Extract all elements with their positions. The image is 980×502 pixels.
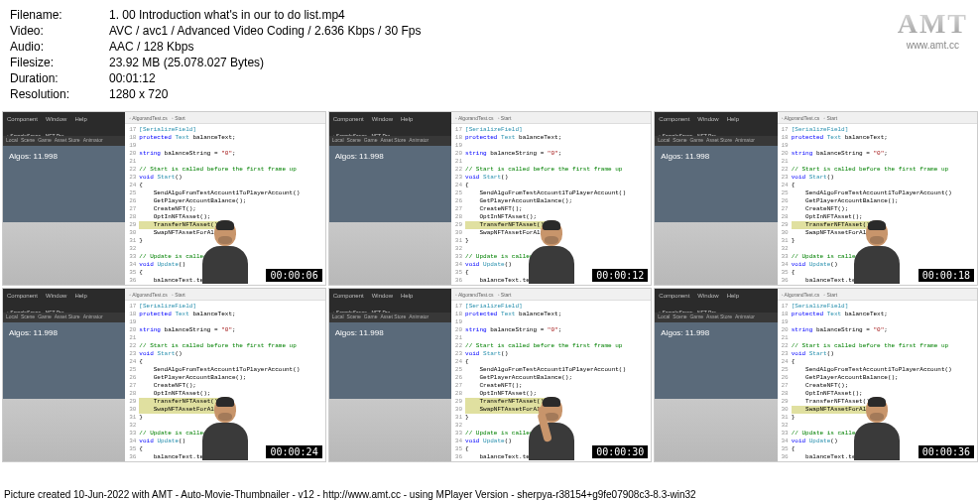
filename-label: Filename: [10,8,109,22]
filename-value: 1. 00 Introduction what's in our to do l… [109,8,345,22]
unity-toolbar: LocalSceneGameAsset StoreAnimator [3,313,125,322]
code-tab: ◦ AlgorandTest.cs ◦ Start [778,112,977,124]
code-editor: ◦ AlgorandTest.cs ◦ Start 17[SerializeFi… [125,289,324,461]
footer-text: Picture created 10-Jun-2022 with AMT - A… [4,489,696,500]
unity-menubar: ComponentWindowHelp [329,112,451,126]
unity-tab: ▪ SampleScene - NFT Pro [655,303,777,313]
unity-tab: ▪ SampleScene - NFT Pro [655,126,777,136]
duration-label: Duration: [10,71,109,85]
unity-scene-view: Algos: 11.998 [329,322,451,461]
unity-toolbar: LocalSceneGameAsset StoreAnimator [3,136,125,146]
timestamp-badge: 00:00:30 [591,444,649,459]
filesize-value: 23.92 MB (25.078.027 Bytes) [109,56,264,69]
unity-tab: ▪ SampleScene - NFT Pro [3,126,125,136]
timestamp-badge: 00:00:36 [918,444,975,459]
resolution-label: Resolution: [10,87,109,101]
algos-label: Algos: 11.998 [661,152,709,161]
unity-toolbar: LocalSceneGameAsset StoreAnimator [655,136,777,146]
code-tab: ◦ AlgorandTest.cs ◦ Start [125,289,324,301]
unity-scene-view: Algos: 11.998 [329,146,451,285]
thumbnail-4[interactable]: ComponentWindowHelp ▪ SampleScene - NFT … [2,288,326,462]
video-value: AVC / avc1 / Advanced Video Coding / 2.6… [109,24,421,38]
code-tab: ◦ AlgorandTest.cs ◦ Start [125,112,324,124]
unity-panel: ComponentWindowHelp ▪ SampleScene - NFT … [3,289,125,461]
thumbnail-6[interactable]: ComponentWindowHelp ▪ SampleScene - NFT … [654,288,978,462]
unity-menubar: ComponentWindowHelp [3,289,125,303]
unity-scene-view: Algos: 11.998 [3,322,125,461]
unity-panel: ComponentWindowHelp ▪ SampleScene - NFT … [329,289,451,461]
unity-scene-view: Algos: 11.998 [3,146,125,285]
code-tab: ◦ AlgorandTest.cs ◦ Start [778,289,977,301]
algos-label: Algos: 11.998 [335,152,384,161]
presenter-overlay [200,220,250,285]
timestamp-badge: 00:00:18 [918,268,975,283]
thumbnail-5[interactable]: ComponentWindowHelp ▪ SampleScene - NFT … [328,288,653,462]
filesize-label: Filesize: [10,56,109,69]
logo-url: www.amt.cc [898,40,968,51]
timestamp-badge: 00:00:24 [265,444,322,459]
algos-label: Algos: 11.998 [661,328,709,337]
timestamp-badge: 00:00:06 [265,268,322,283]
logo-text: AMT [898,8,968,40]
audio-label: Audio: [10,40,109,54]
presenter-overlay [852,220,902,285]
presenter-overlay [852,397,902,461]
unity-panel: ComponentWindowHelp ▪ SampleScene - NFT … [329,112,451,285]
amt-logo: AMT www.amt.cc [898,8,968,51]
thumbnail-grid: ComponentWindowHelp ▪ SampleScene - NFT … [0,111,980,462]
metadata-block: Filename:1. 00 Introduction what's in ou… [0,0,980,111]
presenter-overlay [527,397,576,461]
unity-toolbar: LocalSceneGameAsset StoreAnimator [655,313,777,322]
unity-tab: ▪ SampleScene - NFT Pro [3,303,125,313]
unity-panel: ComponentWindowHelp ▪ SampleScene - NFT … [655,289,777,461]
unity-tab: ▪ SampleScene - NFT Pro [329,126,451,136]
unity-tab: ▪ SampleScene - NFT Pro [329,303,451,313]
unity-menubar: ComponentWindowHelp [3,112,125,126]
unity-toolbar: LocalSceneGameAsset StoreAnimator [329,136,451,146]
thumbnail-1[interactable]: ComponentWindowHelp ▪ SampleScene - NFT … [2,111,326,286]
thumbnail-2[interactable]: ComponentWindowHelp ▪ SampleScene - NFT … [328,111,653,286]
code-editor: ◦ AlgorandTest.cs ◦ Start 17[SerializeFi… [451,112,651,285]
video-label: Video: [10,24,109,38]
code-editor: ◦ AlgorandTest.cs ◦ Start 17[SerializeFi… [778,289,977,461]
unity-menubar: ComponentWindowHelp [655,112,777,126]
unity-scene-view: Algos: 11.998 [655,322,777,461]
code-editor: ◦ AlgorandTest.cs ◦ Start 17[SerializeFi… [778,112,977,285]
unity-toolbar: LocalSceneGameAsset StoreAnimator [329,313,451,322]
presenter-overlay [200,397,250,461]
timestamp-badge: 00:00:12 [591,268,649,283]
unity-menubar: ComponentWindowHelp [655,289,777,303]
code-tab: ◦ AlgorandTest.cs ◦ Start [451,112,651,124]
duration-value: 00:01:12 [109,71,156,85]
algos-label: Algos: 11.998 [335,328,384,337]
code-editor: ◦ AlgorandTest.cs ◦ Start 17[SerializeFi… [125,112,324,285]
code-editor: ◦ AlgorandTest.cs ◦ Start 17[SerializeFi… [451,289,651,461]
algos-label: Algos: 11.998 [9,328,58,337]
thumbnail-3[interactable]: ComponentWindowHelp ▪ SampleScene - NFT … [654,111,978,286]
code-tab: ◦ AlgorandTest.cs ◦ Start [451,289,651,301]
unity-scene-view: Algos: 11.998 [655,146,777,285]
algos-label: Algos: 11.998 [9,152,58,161]
audio-value: AAC / 128 Kbps [109,40,193,54]
unity-panel: ComponentWindowHelp ▪ SampleScene - NFT … [3,112,125,285]
unity-panel: ComponentWindowHelp ▪ SampleScene - NFT … [655,112,777,285]
unity-menubar: ComponentWindowHelp [329,289,451,303]
presenter-overlay [527,220,576,285]
resolution-value: 1280 x 720 [109,87,168,101]
